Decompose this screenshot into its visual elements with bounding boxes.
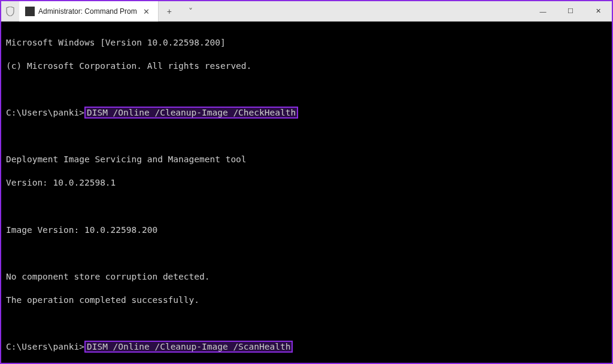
titlebar-drag-area[interactable] bbox=[202, 1, 529, 21]
close-window-button[interactable]: ✕ bbox=[584, 1, 612, 21]
minimize-button[interactable]: — bbox=[529, 1, 557, 21]
highlighted-command-2: DISM /Online /Cleanup-Image /ScanHealth bbox=[84, 341, 293, 353]
result-no-corruption: No component store corruption detected. bbox=[6, 271, 607, 283]
maximize-button[interactable]: ☐ bbox=[557, 1, 584, 21]
command-line-1: C:\Users\panki>DISM /Online /Cleanup-Ima… bbox=[6, 107, 607, 119]
tab-dropdown-button[interactable]: ˅ bbox=[180, 1, 202, 21]
copyright: (c) Microsoft Corporation. All rights re… bbox=[6, 60, 607, 72]
terminal-output[interactable]: Microsoft Windows [Version 10.0.22598.20… bbox=[1, 22, 612, 363]
tab-command-prompt[interactable]: Administrator: Command Prom ✕ bbox=[19, 1, 159, 22]
dism-tool-line: Deployment Image Servicing and Managemen… bbox=[6, 154, 607, 166]
window-controls: — ☐ ✕ bbox=[529, 1, 612, 21]
command-line-2: C:\Users\panki>DISM /Online /Cleanup-Ima… bbox=[6, 341, 607, 353]
close-tab-button[interactable]: ✕ bbox=[141, 6, 152, 17]
dism-version: Version: 10.0.22598.1 bbox=[6, 177, 607, 189]
highlighted-command-1: DISM /Online /Cleanup-Image /CheckHealth bbox=[84, 107, 298, 119]
titlebar: Administrator: Command Prom ✕ + ˅ — ☐ ✕ bbox=[1, 1, 612, 22]
new-tab-button[interactable]: + bbox=[159, 1, 180, 21]
result-success: The operation completed successfully. bbox=[6, 295, 607, 307]
image-version: Image Version: 10.0.22598.200 bbox=[6, 225, 607, 236]
shield-icon bbox=[1, 1, 19, 21]
os-header: Microsoft Windows [Version 10.0.22598.20… bbox=[6, 37, 607, 49]
tab-title: Administrator: Command Prom bbox=[38, 7, 137, 16]
cmd-icon bbox=[25, 7, 35, 16]
